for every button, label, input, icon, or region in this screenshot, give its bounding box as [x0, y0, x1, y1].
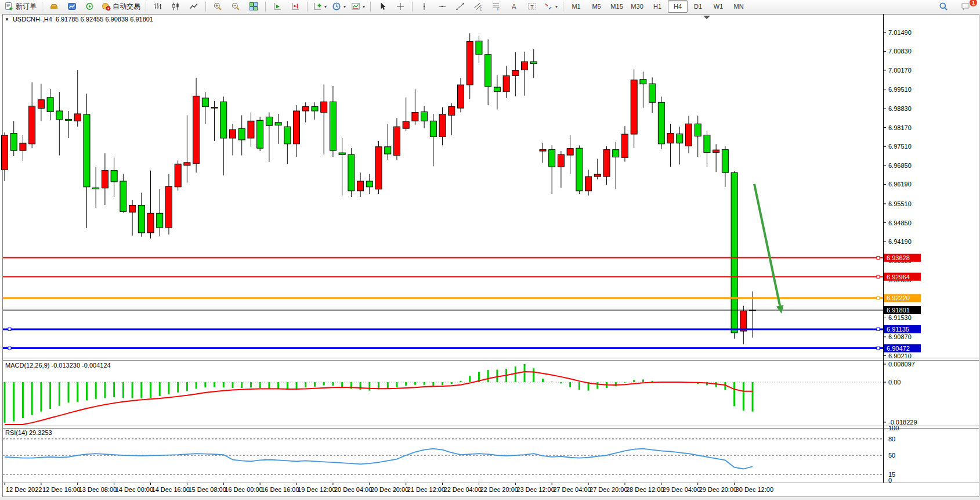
- timeframe-d1[interactable]: D1: [688, 0, 708, 13]
- price-chart-canvas[interactable]: 7.014907.008307.001706.995106.988306.981…: [0, 13, 980, 500]
- auto-trading-button-label: 自动交易: [113, 2, 140, 12]
- notifications-button[interactable]: 1: [957, 0, 974, 13]
- hline-handle[interactable]: [877, 328, 880, 330]
- timeframe-mn[interactable]: MN: [729, 0, 748, 13]
- candle: [312, 107, 318, 111]
- svg-text:0: 0: [888, 477, 892, 484]
- toolbar-separator: [205, 2, 206, 12]
- timeframe-m30-label: M30: [631, 3, 643, 10]
- chart-shift-button[interactable]: [287, 0, 304, 13]
- shift-icon: [291, 2, 300, 11]
- candle-chart-button[interactable]: [167, 0, 185, 13]
- periods-button[interactable]: ▾: [330, 0, 348, 13]
- svg-text:0.008097: 0.008097: [888, 361, 915, 368]
- timeframe-w1[interactable]: W1: [708, 0, 728, 13]
- svg-text:22 Dec 20:00: 22 Dec 20:00: [480, 486, 518, 493]
- candle: [686, 124, 692, 146]
- svg-text:6.91801: 6.91801: [887, 307, 910, 314]
- toolbar-separator: [563, 2, 563, 12]
- cursor-button[interactable]: [374, 0, 391, 13]
- svg-text:6.94850: 6.94850: [888, 220, 912, 226]
- candle: [38, 100, 44, 109]
- candle: [677, 134, 683, 143]
- green-signal-icon: [85, 2, 95, 11]
- trendline-button[interactable]: [451, 0, 469, 13]
- candle: [713, 150, 719, 152]
- tile-windows-button[interactable]: [245, 0, 262, 13]
- data-window-button[interactable]: [63, 0, 81, 13]
- indicators-button[interactable]: ▾: [310, 0, 329, 13]
- candle: [330, 102, 336, 150]
- market-watch-button[interactable]: [45, 0, 63, 13]
- line-chart-button[interactable]: [185, 0, 202, 13]
- hline-icon: [437, 2, 447, 11]
- svg-text:6.92964: 6.92964: [887, 274, 910, 280]
- svg-text:29 Dec 20:00: 29 Dec 20:00: [699, 486, 737, 493]
- candle: [175, 164, 181, 186]
- fibonacci-button[interactable]: F: [487, 0, 505, 13]
- timeframe-m15[interactable]: M15: [607, 0, 627, 13]
- hline-handle[interactable]: [877, 347, 880, 350]
- timeframe-mn-label: MN: [734, 3, 744, 10]
- candle: [731, 172, 737, 333]
- hline-handle[interactable]: [877, 256, 880, 259]
- crosshair-button[interactable]: [392, 0, 409, 13]
- svg-text:0.00: 0.00: [888, 379, 901, 386]
- auto-scroll-button[interactable]: [269, 0, 286, 13]
- candle: [193, 96, 200, 163]
- candle: [366, 181, 373, 187]
- zoom-in-button[interactable]: [209, 0, 226, 13]
- timeframe-h1[interactable]: H1: [648, 0, 667, 13]
- svg-text:F: F: [497, 6, 500, 11]
- templates-button[interactable]: ▾: [349, 0, 367, 13]
- svg-text:7.00170: 7.00170: [888, 67, 912, 74]
- rsi-label: RSI(14) 29.3253: [5, 429, 52, 436]
- zoom-out-icon: [231, 2, 240, 11]
- svg-text:50: 50: [888, 452, 895, 459]
- timeframe-d1-label: D1: [694, 3, 702, 10]
- text-button[interactable]: A: [505, 0, 523, 13]
- svg-text:6.96850: 6.96850: [888, 162, 912, 169]
- timeframe-m30[interactable]: M30: [627, 0, 647, 13]
- bar-chart-button[interactable]: [149, 0, 167, 13]
- candles-icon: [171, 2, 180, 11]
- svg-text:6.96190: 6.96190: [888, 181, 912, 188]
- collapse-icon[interactable]: ▼: [5, 17, 9, 22]
- timeframe-m5[interactable]: M5: [587, 0, 606, 13]
- new-order-button[interactable]: 新订单: [2, 0, 39, 13]
- candle: [257, 120, 263, 148]
- candle: [613, 150, 619, 157]
- candle: [385, 147, 391, 154]
- autoscroll-icon: [273, 2, 282, 11]
- timeframe-h4[interactable]: H4: [668, 0, 688, 13]
- auto-trading-button[interactable]: 自动交易: [99, 0, 143, 13]
- hline-handle[interactable]: [877, 275, 880, 278]
- signals-button[interactable]: [81, 0, 99, 13]
- svg-text:6.97510: 6.97510: [888, 143, 912, 150]
- candle: [658, 102, 664, 144]
- hline-handle[interactable]: [8, 328, 11, 330]
- svg-text:30 Dec 12:00: 30 Dec 12:00: [736, 486, 773, 493]
- hline-handle[interactable]: [877, 297, 880, 300]
- chevron-down-icon: ▾: [324, 4, 327, 9]
- label-button[interactable]: T: [523, 0, 541, 13]
- candle: [667, 134, 674, 143]
- zoom-out-button[interactable]: [227, 0, 244, 13]
- hline-handle[interactable]: [8, 347, 11, 350]
- chart-window[interactable]: 7.014907.008307.001706.995106.988306.981…: [0, 13, 980, 500]
- candle: [540, 150, 546, 151]
- candle: [476, 41, 482, 55]
- arrows-button[interactable]: ▾: [541, 0, 560, 13]
- timeframe-m1[interactable]: M1: [566, 0, 586, 13]
- svg-text:6.90210: 6.90210: [888, 352, 912, 359]
- hline-button[interactable]: [433, 0, 451, 13]
- channel-button[interactable]: E: [469, 0, 487, 13]
- svg-text:12 Dec 2022: 12 Dec 2022: [6, 486, 42, 493]
- svg-text:28 Dec 12:00: 28 Dec 12:00: [626, 486, 664, 493]
- candle: [503, 75, 509, 91]
- vline-button[interactable]: [415, 0, 433, 13]
- candle: [494, 87, 500, 91]
- candle: [84, 114, 90, 187]
- candle: [567, 149, 573, 155]
- search-button[interactable]: [935, 0, 952, 13]
